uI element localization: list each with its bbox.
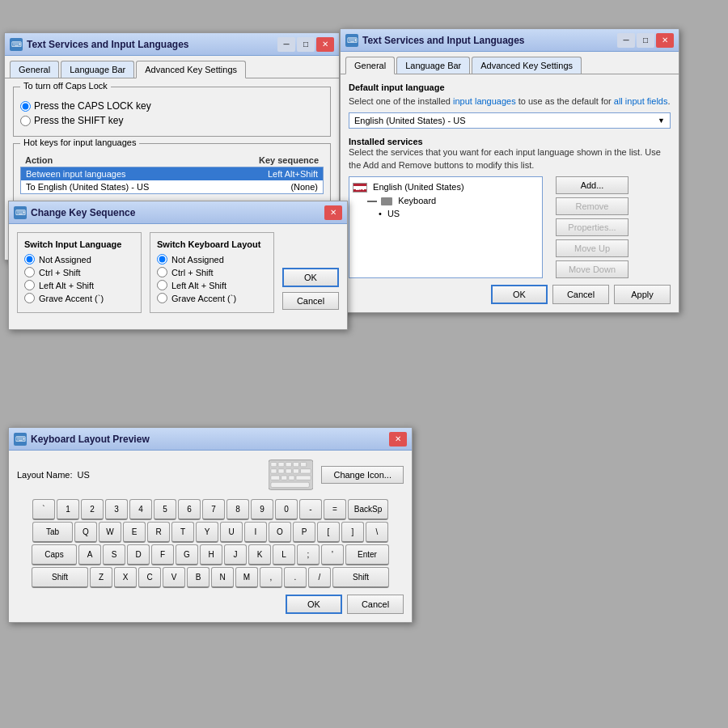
win-right-ok[interactable]: OK bbox=[491, 285, 548, 304]
tab-advanced-key-settings[interactable]: Advanced Key Settings bbox=[136, 61, 246, 78]
key-2[interactable]: 2 bbox=[81, 499, 104, 520]
key-x[interactable]: X bbox=[114, 567, 137, 588]
key-p[interactable]: P bbox=[293, 522, 315, 543]
key-shift-right[interactable]: Shift bbox=[332, 567, 389, 588]
kbd-radio-0-input[interactable] bbox=[157, 254, 167, 265]
key-rbracket[interactable]: ] bbox=[341, 522, 364, 543]
key-h[interactable]: H bbox=[200, 544, 222, 565]
kbd-radio-1-input[interactable] bbox=[157, 267, 167, 277]
list-item-between[interactable]: Between input languages Left Alt+Shift bbox=[21, 167, 323, 180]
key-shift-left[interactable]: Shift bbox=[32, 567, 88, 588]
key-caps[interactable]: Caps bbox=[32, 544, 77, 565]
win-right-cancel[interactable]: Cancel bbox=[552, 285, 609, 304]
input-radio-0-input[interactable] bbox=[24, 254, 35, 265]
win-left-maximize[interactable]: □ bbox=[297, 37, 315, 52]
key-r[interactable]: R bbox=[147, 522, 170, 543]
key-j[interactable]: J bbox=[224, 544, 247, 565]
input-radio-2-input[interactable] bbox=[24, 280, 35, 290]
key-c[interactable]: C bbox=[138, 567, 161, 588]
key-backslash[interactable]: \ bbox=[366, 522, 388, 543]
key-d[interactable]: D bbox=[127, 544, 150, 565]
btn-move-up[interactable]: Move Up bbox=[556, 239, 629, 257]
kbd-radio-2-input[interactable] bbox=[157, 280, 167, 290]
btn-remove[interactable]: Remove bbox=[556, 197, 629, 215]
cks-ok[interactable]: OK bbox=[282, 268, 339, 287]
key-b[interactable]: B bbox=[187, 567, 210, 588]
key-1[interactable]: 1 bbox=[57, 499, 79, 520]
key-minus[interactable]: - bbox=[299, 499, 322, 520]
key-period[interactable]: . bbox=[284, 567, 307, 588]
key-t[interactable]: T bbox=[171, 522, 194, 543]
list-item-english[interactable]: To English (United States) - US (None) bbox=[21, 180, 323, 193]
key-tab[interactable]: Tab bbox=[32, 522, 73, 543]
btn-change-icon[interactable]: Change Icon... bbox=[321, 466, 404, 484]
key-l[interactable]: L bbox=[273, 544, 295, 565]
key-backtick[interactable]: ` bbox=[32, 499, 55, 520]
win-left-close[interactable]: ✕ bbox=[316, 37, 334, 52]
kbd-cancel[interactable]: Cancel bbox=[347, 595, 404, 614]
key-z[interactable]: Z bbox=[90, 567, 112, 588]
key-8[interactable]: 8 bbox=[226, 499, 249, 520]
hotkeys-list[interactable]: Between input languages Left Alt+Shift T… bbox=[20, 167, 324, 194]
win-keyboard-preview: ⌨ Keyboard Layout Preview ✕ Layout Name:… bbox=[8, 427, 413, 623]
key-enter[interactable]: Enter bbox=[345, 544, 389, 565]
key-lbracket[interactable]: [ bbox=[317, 522, 340, 543]
key-i[interactable]: I bbox=[244, 522, 267, 543]
key-f[interactable]: F bbox=[151, 544, 174, 565]
btn-properties[interactable]: Properties... bbox=[556, 218, 629, 236]
key-q[interactable]: Q bbox=[74, 522, 97, 543]
key-0[interactable]: 0 bbox=[275, 499, 298, 520]
win-right-apply[interactable]: Apply bbox=[614, 285, 671, 304]
win-right-minimize[interactable]: ─ bbox=[617, 33, 635, 48]
key-g[interactable]: G bbox=[176, 544, 198, 565]
btn-add[interactable]: Add... bbox=[556, 176, 629, 194]
key-backspace[interactable]: BackSp bbox=[348, 499, 388, 520]
key-e[interactable]: E bbox=[123, 522, 146, 543]
key-v[interactable]: V bbox=[163, 567, 185, 588]
tab-general-left[interactable]: General bbox=[10, 61, 59, 78]
switch-kbd-title: Switch Keyboard Layout bbox=[157, 239, 267, 249]
kbd-ok[interactable]: OK bbox=[286, 595, 342, 614]
kbd-radio-0: Not Assigned bbox=[157, 254, 267, 265]
key-n[interactable]: N bbox=[211, 567, 234, 588]
input-radio-1-input[interactable] bbox=[24, 267, 35, 277]
input-radio-0-label: Not Assigned bbox=[39, 255, 91, 265]
caps-radio2-input[interactable] bbox=[20, 116, 31, 126]
key-semicolon[interactable]: ; bbox=[297, 544, 320, 565]
input-radio-3-input[interactable] bbox=[24, 293, 35, 303]
key-u[interactable]: U bbox=[220, 522, 243, 543]
tab-advanced-right[interactable]: Advanced Key Settings bbox=[472, 57, 582, 74]
win-right-close[interactable]: ✕ bbox=[656, 33, 674, 48]
key-s[interactable]: S bbox=[103, 544, 125, 565]
win-cks-close[interactable]: ✕ bbox=[324, 205, 342, 220]
key-o[interactable]: O bbox=[269, 522, 291, 543]
win-kbd-content: Layout Name: US Change bbox=[9, 451, 412, 622]
key-m[interactable]: M bbox=[235, 567, 258, 588]
key-equals[interactable]: = bbox=[324, 499, 346, 520]
tab-language-bar-right[interactable]: Language Bar bbox=[396, 57, 470, 74]
tab-language-bar-left[interactable]: Language Bar bbox=[61, 61, 134, 78]
key-7[interactable]: 7 bbox=[202, 499, 225, 520]
kbd-radio-3-input[interactable] bbox=[157, 293, 167, 303]
cks-cancel[interactable]: Cancel bbox=[282, 292, 339, 310]
key-a[interactable]: A bbox=[78, 544, 101, 565]
key-6[interactable]: 6 bbox=[178, 499, 201, 520]
caps-radio1-input[interactable] bbox=[20, 101, 31, 112]
default-lang-dropdown[interactable]: English (United States) - US ▼ bbox=[349, 112, 671, 129]
key-3[interactable]: 3 bbox=[105, 499, 128, 520]
key-slash[interactable]: / bbox=[308, 567, 331, 588]
win-right-maximize[interactable]: □ bbox=[637, 33, 654, 48]
btn-move-down[interactable]: Move Down bbox=[556, 260, 629, 278]
key-comma[interactable]: , bbox=[260, 567, 282, 588]
key-4[interactable]: 4 bbox=[129, 499, 152, 520]
services-tree[interactable]: EN English (United States) Keyboard • US bbox=[349, 176, 543, 278]
win-kbd-close[interactable]: ✕ bbox=[389, 432, 407, 447]
key-y[interactable]: Y bbox=[196, 522, 218, 543]
win-left-minimize[interactable]: ─ bbox=[277, 37, 295, 52]
key-w[interactable]: W bbox=[99, 522, 121, 543]
key-quote[interactable]: ' bbox=[321, 544, 344, 565]
key-k[interactable]: K bbox=[248, 544, 271, 565]
key-5[interactable]: 5 bbox=[154, 499, 176, 520]
key-9[interactable]: 9 bbox=[251, 499, 273, 520]
tab-general-right[interactable]: General bbox=[345, 57, 395, 74]
